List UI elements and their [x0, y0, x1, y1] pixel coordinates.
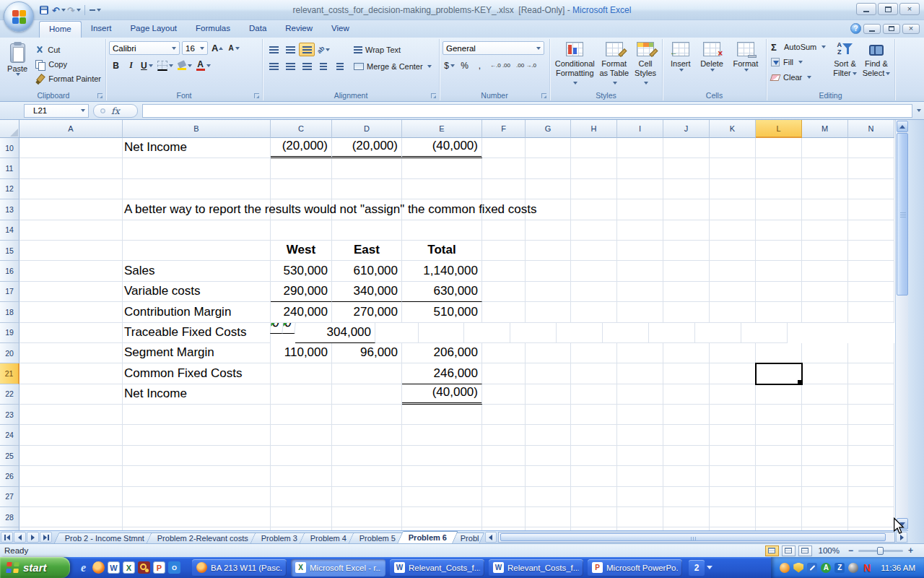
cell-A16[interactable] [19, 261, 123, 281]
cell-E19[interactable]: 304,000 [295, 323, 375, 343]
paste-button[interactable]: Paste [4, 41, 30, 90]
cell-M19[interactable] [695, 323, 741, 343]
cell-N20[interactable] [848, 343, 894, 363]
cell-I27[interactable] [617, 487, 663, 507]
cell-N12[interactable] [848, 179, 894, 199]
cell-B16[interactable]: Sales [123, 261, 271, 281]
row-header-18[interactable]: 18 [0, 302, 19, 322]
row-header-23[interactable]: 23 [0, 405, 19, 425]
first-sheet-button[interactable] [1, 532, 13, 543]
comma-style-button[interactable]: , [473, 59, 487, 72]
cell-K24[interactable] [710, 425, 756, 445]
cell-L13[interactable] [756, 199, 802, 220]
cell-L12[interactable] [756, 179, 802, 199]
n-app-icon[interactable]: N [862, 563, 872, 573]
cell-A26[interactable] [19, 466, 123, 486]
cell-M27[interactable] [802, 487, 848, 507]
cell-L27[interactable] [756, 487, 802, 507]
cell-M16[interactable] [802, 261, 848, 281]
cell-G23[interactable] [526, 405, 571, 425]
cell-A24[interactable] [19, 425, 123, 445]
cell-H12[interactable] [571, 179, 617, 199]
cell-A13[interactable] [19, 199, 123, 220]
cell-G25[interactable] [526, 446, 571, 466]
autosum-button[interactable]: ΣAutoSum [770, 40, 827, 53]
cell-M24[interactable] [802, 425, 848, 445]
cell-C17[interactable]: 290,000 [271, 282, 332, 302]
cell-A21[interactable] [19, 363, 123, 384]
merge-center-button[interactable]: Merge & Center [354, 59, 432, 73]
cell-E11[interactable] [402, 158, 482, 178]
cell-C11[interactable] [271, 158, 332, 178]
cell-H17[interactable] [571, 282, 617, 302]
cell-J19[interactable] [557, 323, 603, 343]
number-format-combo[interactable]: General [443, 41, 544, 55]
cell-N24[interactable] [848, 425, 894, 445]
top-align-button[interactable] [266, 43, 282, 56]
cell-N26[interactable] [848, 466, 894, 486]
cell-C27[interactable] [271, 487, 332, 507]
row-header-21[interactable]: 21 [0, 363, 19, 384]
cell-B14[interactable] [123, 220, 271, 241]
middle-align-button[interactable] [282, 43, 298, 56]
cell-C15[interactable]: West [271, 241, 332, 261]
help-button[interactable]: ? [850, 23, 861, 34]
cell-F15[interactable] [482, 241, 526, 261]
cell-G16[interactable] [526, 261, 571, 281]
cell-styles-button[interactable]: Cell Styles [632, 40, 659, 90]
cell-L16[interactable] [756, 261, 802, 281]
volume-icon[interactable] [848, 563, 858, 573]
z-app-icon[interactable]: Z [834, 563, 845, 573]
sheet-tab-problem-6[interactable]: Problem 6 [398, 531, 459, 543]
cell-I10[interactable] [617, 138, 663, 158]
cell-M21[interactable] [802, 363, 848, 384]
cell-H10[interactable] [571, 138, 617, 158]
cell-L21[interactable] [756, 363, 802, 384]
cell-J22[interactable] [663, 384, 710, 405]
cell-L20[interactable] [756, 343, 802, 363]
accounting-format-button[interactable]: $ [443, 59, 456, 72]
restore-button[interactable] [878, 3, 898, 15]
word-icon[interactable]: W [108, 561, 120, 574]
format-cells-button[interactable]: Format [733, 40, 758, 90]
alignment-dialog-launcher[interactable] [431, 93, 436, 98]
sheet-tab-problem-2-relevant-costs[interactable]: Problem 2-Relevant costs [147, 532, 260, 543]
copy-button[interactable]: Copy [34, 58, 103, 71]
cell-E20[interactable]: 206,000 [402, 343, 482, 363]
cell-N16[interactable] [848, 261, 894, 281]
cell-F27[interactable] [482, 487, 526, 507]
cell-D19[interactable]: 174,000 [282, 323, 296, 334]
cell-D17[interactable]: 340,000 [332, 282, 402, 302]
cell-M12[interactable] [802, 179, 848, 199]
cell-F16[interactable] [482, 261, 526, 281]
decrease-decimal-button[interactable]: .00 →.0 [514, 59, 539, 72]
cell-K23[interactable] [710, 405, 756, 425]
cell-J20[interactable] [663, 343, 710, 363]
cell-K15[interactable] [710, 241, 756, 261]
cell-I18[interactable] [617, 302, 663, 322]
powerpoint-icon[interactable]: P [153, 561, 165, 574]
column-header-M[interactable]: M [802, 120, 848, 138]
taskbar-button-word-2[interactable]: WRelevant_Costs_f... [489, 559, 583, 577]
cell-J28[interactable] [663, 507, 710, 527]
cell-K22[interactable] [710, 384, 756, 405]
cell-F24[interactable] [482, 425, 526, 445]
font-dialog-launcher[interactable] [254, 93, 259, 98]
cell-A19[interactable] [19, 323, 123, 343]
cell-J18[interactable] [663, 302, 710, 322]
cell-B19[interactable]: Traceable Fixed Costs [123, 323, 271, 343]
cell-M26[interactable] [802, 466, 848, 486]
cell-F26[interactable] [482, 466, 526, 486]
cell-N21[interactable] [848, 363, 894, 384]
cell-D20[interactable]: 96,000 [332, 343, 402, 363]
cell-M13[interactable] [802, 199, 848, 220]
cell-M22[interactable] [802, 384, 848, 405]
row-header-26[interactable]: 26 [0, 466, 19, 486]
cell-L25[interactable] [756, 446, 802, 466]
cell-G20[interactable] [526, 343, 571, 363]
messenger-icon[interactable] [780, 563, 790, 573]
cell-C12[interactable] [271, 179, 332, 199]
row-header-19[interactable]: 19 [0, 323, 19, 343]
cell-B11[interactable] [123, 158, 271, 178]
cell-F12[interactable] [482, 179, 526, 199]
